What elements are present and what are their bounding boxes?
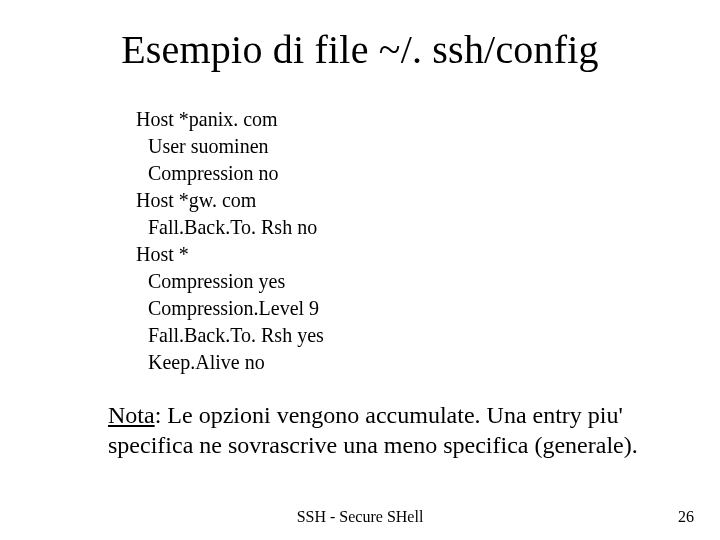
config-line: Fall.Back.To. Rsh yes xyxy=(136,322,324,349)
note-label: Nota xyxy=(108,402,155,428)
footer-title: SSH - Secure SHell xyxy=(0,508,720,526)
note-paragraph: Nota: Le opzioni vengono accumulate. Una… xyxy=(108,400,660,460)
config-line: User suominen xyxy=(136,133,324,160)
config-line: Keep.Alive no xyxy=(136,349,324,376)
page-number: 26 xyxy=(678,508,694,526)
note-sep: : xyxy=(155,402,168,428)
config-line: Compression.Level 9 xyxy=(136,295,324,322)
ssh-config-example: Host *panix. com User suominen Compressi… xyxy=(136,106,324,376)
slide: Esempio di file ~/. ssh/config Host *pan… xyxy=(0,0,720,540)
config-line: Host *gw. com xyxy=(136,187,324,214)
config-line: Compression no xyxy=(136,160,324,187)
slide-title: Esempio di file ~/. ssh/config xyxy=(0,26,720,73)
note-text: Le opzioni vengono accumulate. Una entry… xyxy=(108,402,638,458)
config-line: Host *panix. com xyxy=(136,106,324,133)
config-line: Compression yes xyxy=(136,268,324,295)
config-line: Fall.Back.To. Rsh no xyxy=(136,214,324,241)
config-line: Host * xyxy=(136,241,324,268)
